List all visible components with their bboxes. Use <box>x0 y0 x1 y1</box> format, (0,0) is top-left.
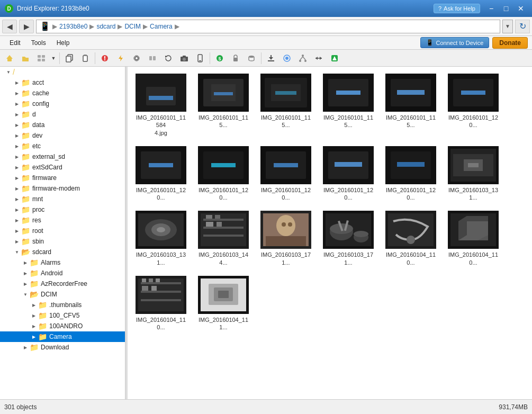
tree-item-firmware[interactable]: ▶ 📁 firmware <box>0 173 125 183</box>
path-dropdown-button[interactable]: ▼ <box>502 20 513 33</box>
tree-toggle-mnt[interactable]: ▶ <box>13 197 21 202</box>
refresh-button[interactable]: ↻ <box>515 20 530 33</box>
file-item[interactable]: IMG_20160103_171... <box>319 208 377 269</box>
file-item[interactable]: IMG_20160104_111... <box>194 273 253 334</box>
file-area[interactable]: IMG_20160101_115844.jpg IMG_20160101_115… <box>128 67 532 399</box>
file-item[interactable]: IMG_20160103_131... <box>444 143 502 204</box>
toolbar-flash-button[interactable] <box>113 51 128 65</box>
toolbar-folder-button[interactable] <box>18 51 33 65</box>
tree-item-proc[interactable]: ▶ 📁 proc <box>0 204 125 215</box>
tree-item-config[interactable]: ▶ 📁 config <box>0 98 125 109</box>
tree-item-thumbnails[interactable]: ▶ 📁 .thumbnails <box>0 300 125 310</box>
tree-toggle-etc[interactable]: ▶ <box>13 144 21 149</box>
back-button[interactable]: ◀ <box>2 20 17 33</box>
toolbar-network-button[interactable] <box>295 51 310 65</box>
tree-item-d[interactable]: ▶ 📁 d <box>0 109 125 120</box>
toolbar-red-button[interactable] <box>97 51 112 65</box>
tree-toggle-download[interactable]: ▶ <box>21 345 30 350</box>
toolbar-green-button[interactable] <box>327 51 342 65</box>
tree-item-extsdcard[interactable]: ▶ 📁 extSdCard <box>0 162 125 173</box>
tree-item-alarms[interactable]: ▶ 📁 Alarms <box>0 257 125 268</box>
maximize-button[interactable]: □ <box>499 3 513 14</box>
tree-item-res[interactable]: ▶ 📁 res <box>0 215 125 226</box>
sidebar[interactable]: ▼ / ▶ 📁 acct ▶ 📁 cache ▶ 📁 config ▶ 📁 d … <box>0 67 125 399</box>
tree-toggle-firmware[interactable]: ▶ <box>13 176 21 181</box>
toolbar-download-button[interactable] <box>264 51 278 65</box>
tree-item-mnt[interactable]: ▶ 📁 mnt <box>0 194 125 204</box>
tree-item-firmware-modem[interactable]: ▶ 📁 firmware-modem <box>0 183 125 194</box>
path-crumb-sdcard[interactable]: sdcard <box>96 23 115 30</box>
tree-item-camera[interactable]: ▶ 📁 Camera <box>0 331 125 342</box>
tree-item-cache[interactable]: ▶ 📁 cache <box>0 88 125 98</box>
toolbar-lock-button[interactable] <box>228 51 243 65</box>
toolbar-settings-button[interactable] <box>129 51 144 65</box>
tree-toggle-dcim[interactable]: ▼ <box>21 292 30 297</box>
tree-item-100andro[interactable]: ▶ 📁 100ANDRO <box>0 321 125 331</box>
tree-item-root[interactable]: ▶ 📁 root <box>0 226 125 236</box>
file-item[interactable]: IMG_20160101_115... <box>194 71 253 139</box>
path-crumb-camera[interactable]: Camera <box>150 23 173 30</box>
toolbar-phone-button[interactable] <box>193 51 208 65</box>
file-item[interactable]: IMG_20160101_120... <box>444 71 502 139</box>
tree-toggle-data[interactable]: ▶ <box>13 123 21 128</box>
file-item[interactable]: IMG_20160101_115... <box>382 71 440 139</box>
tree-toggle-azrecorderfree[interactable]: ▶ <box>21 282 30 286</box>
file-item[interactable]: IMG_20160104_110... <box>132 273 190 334</box>
toolbar-up-button[interactable] <box>2 51 17 65</box>
menu-help[interactable]: Help <box>51 38 75 48</box>
tree-item-dcim[interactable]: ▼ 📂 DCIM <box>0 289 125 300</box>
file-item[interactable]: IMG_20160101_120... <box>319 143 377 204</box>
file-item[interactable]: IMG_20160104_110... <box>382 208 440 269</box>
tree-item-external-sd[interactable]: ▶ 📁 external_sd <box>0 151 125 162</box>
menu-tools[interactable]: Tools <box>26 38 51 48</box>
tree-item-dev[interactable]: ▶ 📁 dev <box>0 130 125 141</box>
minimize-button[interactable]: − <box>484 3 498 14</box>
tree-toggle-sdcard[interactable]: ▼ <box>13 250 21 255</box>
file-item[interactable]: IMG_20160103_144... <box>194 208 253 269</box>
file-item[interactable]: IMG_20160103_171... <box>257 208 315 269</box>
tree-item-etc[interactable]: ▶ 📁 etc <box>0 141 125 151</box>
forward-button[interactable]: ▶ <box>19 20 34 33</box>
tree-item-azrecorderfree[interactable]: ▶ 📁 AzRecorderFree <box>0 278 125 289</box>
tree-toggle-sbin[interactable]: ▶ <box>13 239 21 244</box>
menu-edit[interactable]: Edit <box>4 38 26 48</box>
path-crumb-device[interactable]: 2193b8e0 <box>59 23 87 30</box>
toolbar-dollar-button[interactable]: $ <box>212 51 227 65</box>
toolbar-dropdown-button[interactable]: ▼ <box>50 51 57 65</box>
tree-toggle-root[interactable]: ▼ <box>4 70 13 75</box>
tree-toggle-external-sd[interactable]: ▶ <box>13 155 21 159</box>
donate-button[interactable]: Donate <box>492 37 528 49</box>
tree-toggle-camera[interactable]: ▶ <box>30 335 38 339</box>
tree-toggle-android[interactable]: ▶ <box>21 271 30 276</box>
file-item[interactable]: IMG_20160101_120... <box>194 143 253 204</box>
tree-toggle-acct[interactable]: ▶ <box>13 80 21 85</box>
tree-toggle-cache[interactable]: ▶ <box>13 91 21 96</box>
tree-toggle-config[interactable]: ▶ <box>13 102 21 106</box>
file-item[interactable]: IMG_20160101_115844.jpg <box>132 71 190 139</box>
file-item[interactable]: IMG_20160101_120... <box>132 143 190 204</box>
tree-item-download[interactable]: ▶ 📁 Download <box>0 342 125 353</box>
path-crumb-dcim[interactable]: DCIM <box>124 23 141 30</box>
toolbar-paste-button[interactable] <box>78 51 93 65</box>
toolbar-toggle-button[interactable] <box>145 51 160 65</box>
toolbar-refresh-button[interactable] <box>161 51 176 65</box>
tree-toggle-root2[interactable]: ▶ <box>13 229 21 233</box>
file-item[interactable]: IMG_20160101_120... <box>257 143 315 204</box>
tree-toggle-extsdcard[interactable]: ▶ <box>13 165 21 170</box>
toolbar-camera-button[interactable] <box>177 51 192 65</box>
toolbar-upload-button[interactable] <box>279 51 294 65</box>
tree-item-100cfv5[interactable]: ▶ 📁 100_CFV5 <box>0 310 125 321</box>
tree-item-sdcard[interactable]: ▼ 📂 sdcard <box>0 247 125 257</box>
tree-item-root[interactable]: ▼ / <box>0 67 125 77</box>
file-item[interactable]: IMG_20160101_120... <box>382 143 440 204</box>
tree-item-sbin[interactable]: ▶ 📁 sbin <box>0 236 125 247</box>
tree-item-acct[interactable]: ▶ 📁 acct <box>0 77 125 88</box>
tree-toggle-thumbnails[interactable]: ▶ <box>30 303 38 308</box>
tree-toggle-d[interactable]: ▶ <box>13 112 21 117</box>
toolbar-arrow-button[interactable] <box>311 51 326 65</box>
tree-toggle-firmware-modem[interactable]: ▶ <box>13 186 21 191</box>
toolbar-db-button[interactable] <box>244 51 259 65</box>
tree-toggle-proc[interactable]: ▶ <box>13 208 21 212</box>
tree-toggle-alarms[interactable]: ▶ <box>21 260 30 265</box>
file-item[interactable]: IMG_20160101_115... <box>257 71 315 139</box>
